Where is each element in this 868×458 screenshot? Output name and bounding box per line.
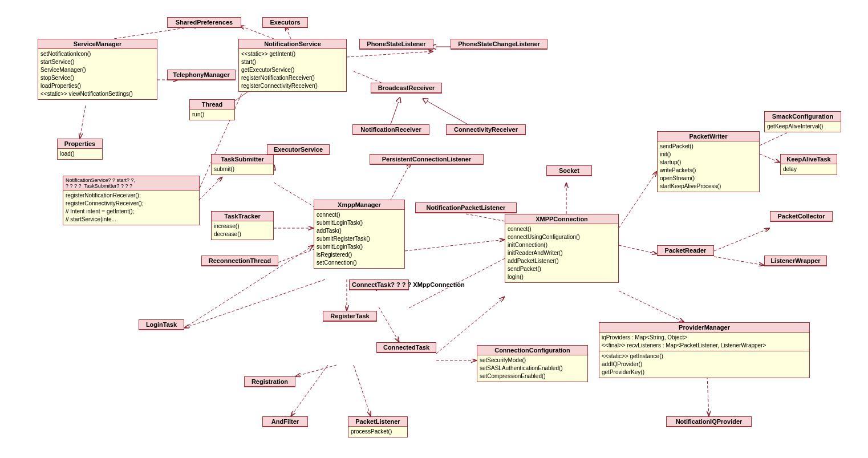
class-Executors: Executors — [262, 17, 308, 28]
svg-line-36 — [707, 376, 709, 416]
class-PacketReader: PacketReader — [657, 245, 714, 256]
class-KeepAliveTask: KeepAliveTaskdelay — [780, 154, 837, 175]
class-name-KeepAliveTask: KeepAliveTask — [781, 155, 837, 164]
methods-XmppManager: connect()submitLoginTask()addTask()submi… — [314, 210, 404, 268]
svg-line-17 — [388, 163, 411, 205]
class-name-NotificationPacketListener: NotificationPacketListener — [416, 203, 516, 213]
class-name-ConnectedTask: ConnectedTask — [377, 343, 436, 352]
class-name-PacketCollector: PacketCollector — [770, 212, 832, 221]
svg-line-37 — [619, 291, 684, 322]
class-name-SharedPreferences: SharedPreferences — [168, 18, 241, 27]
class-name-XmppManager: XmppManager — [314, 200, 404, 210]
attributes-ProviderManager: iqProviders : Map<String, Object><<final… — [599, 333, 809, 351]
class-TelephonyManager: TelephonyManager — [167, 70, 236, 80]
svg-line-18 — [405, 240, 505, 251]
class-ExecutorService: ExecutorService — [267, 144, 330, 155]
methods-PacketListener: processPacket() — [348, 427, 407, 437]
class-XMPPConnection: XMPPConnectionconnect()connectUsingConfi… — [505, 214, 619, 283]
class-name-PhoneStateChangeListener: PhoneStateChangeListener — [451, 39, 547, 49]
svg-line-29 — [184, 279, 325, 328]
class-SmackConfiguration: SmackConfigurationgetKeepAliveInterval() — [764, 111, 841, 132]
class-PacketCollector: PacketCollector — [770, 211, 833, 222]
class-name-ConnectivityReceiver: ConnectivityReceiver — [447, 125, 525, 135]
methods-ServiceManager: setNotificationIcon()startService()Servi… — [38, 49, 157, 99]
methods-NotificationService: <<static>> getIntent()start()getExecutor… — [239, 49, 346, 91]
svg-line-24 — [714, 228, 770, 251]
class-name-TelephonyManager: TelephonyManager — [168, 70, 235, 80]
class-ConnectivityReceiver: ConnectivityReceiver — [446, 124, 526, 135]
svg-line-21 — [619, 245, 657, 254]
class-name-NotificationService: NotificationService — [239, 39, 346, 49]
svg-line-25 — [714, 257, 764, 265]
methods-XMPPConnection: connect()connectUsingConfiguration()init… — [505, 224, 618, 282]
class-name-PacketListener: PacketListener — [348, 417, 407, 427]
svg-line-10 — [391, 100, 399, 124]
class-PacketListener: PacketListenerprocessPacket() — [348, 416, 408, 437]
class-NotificationReceiver: NotificationReceiver — [352, 124, 429, 135]
class-name-TaskSubmitter: TaskSubmitter — [212, 155, 273, 164]
class-ListenerWrapper: ListenerWrapper — [764, 256, 827, 266]
class-PhoneStateChangeListener: PhoneStateChangeListener — [451, 39, 547, 50]
methods-ConnectionConfiguration: setSecurityMode()setSASLAuthenticationEn… — [477, 355, 587, 382]
class-name-ServiceManager: ServiceManager — [38, 39, 157, 49]
svg-line-30 — [379, 307, 399, 342]
methods-ProviderManager: <<static>> getInstance()addIQProvider()g… — [599, 351, 809, 378]
class-ReconnectionThread: ReconnectionThread — [201, 256, 278, 266]
class-Thread: Threadrun() — [189, 99, 235, 120]
class-Properties: Propertiesload() — [57, 139, 103, 160]
class-name-XMPPConnection: XMPPConnection — [505, 214, 618, 224]
class-RegisterTask: RegisterTask — [323, 311, 377, 322]
methods-NotificationService2: registerNotificationReceiver();registerC… — [63, 191, 199, 225]
class-PersistentConnectionListener: PersistentConnectionListener — [370, 154, 484, 165]
svg-line-32 — [291, 365, 328, 416]
class-BroadcastReceiver: BroadcastReceiver — [371, 83, 442, 94]
svg-line-23 — [760, 154, 780, 163]
class-name-Thread: Thread — [190, 100, 234, 110]
class-name-ExecutorService: ExecutorService — [267, 145, 329, 155]
class-name-ConnectTask: ConnectTask? ? ? ? XMppConnection — [350, 280, 408, 290]
class-name-LoginTask: LoginTask — [139, 320, 184, 330]
methods-Properties: load() — [58, 149, 102, 159]
class-Registration: Registration — [244, 376, 295, 387]
class-ConnectionConfiguration: ConnectionConfigurationsetSecurityMode()… — [477, 345, 588, 382]
class-LoginTask: LoginTask — [139, 319, 184, 330]
attributes-KeepAliveTask: delay — [781, 164, 837, 175]
class-TaskTracker: TaskTrackerincrease()decrease() — [211, 211, 274, 240]
class-name-AndFilter: AndFilter — [263, 417, 307, 427]
methods-SmackConfiguration: getKeepAliveInterval() — [765, 121, 841, 132]
class-name-ProviderManager: ProviderManager — [599, 323, 809, 333]
class-ConnectedTask: ConnectedTask — [376, 342, 436, 353]
class-SharedPreferences: SharedPreferences — [167, 17, 241, 28]
class-NotificationIQProvider: NotificationIQProvider — [666, 416, 752, 427]
class-name-PersistentConnectionListener: PersistentConnectionListener — [370, 155, 483, 164]
class-name-Registration: Registration — [245, 377, 295, 387]
class-name-NotificationIQProvider: NotificationIQProvider — [667, 417, 751, 427]
class-name-Executors: Executors — [263, 18, 307, 27]
class-name-BroadcastReceiver: BroadcastReceiver — [371, 83, 441, 93]
class-ProviderManager: ProviderManageriqProviders : Map<String,… — [599, 322, 810, 378]
methods-Thread: run() — [190, 110, 234, 120]
svg-line-11 — [425, 100, 468, 124]
class-name-SmackConfiguration: SmackConfiguration — [765, 112, 841, 121]
class-name-Socket: Socket — [547, 166, 591, 176]
class-name-ReconnectionThread: ReconnectionThread — [202, 256, 278, 266]
class-name-NotificationService2: NotificationService? ? start? ?, ? ? ? ?… — [63, 176, 199, 191]
methods-PacketWriter: sendPacket()init()startup()writePackets(… — [658, 141, 759, 192]
methods-TaskSubmitter: submit() — [212, 164, 273, 175]
class-TaskSubmitter: TaskSubmittersubmit() — [211, 154, 274, 175]
class-PacketWriter: PacketWritersendPacket()init()startup()w… — [657, 131, 760, 192]
class-ServiceManager: ServiceManagersetNotificationIcon()start… — [38, 39, 157, 100]
class-PhoneStateListener: PhoneStateListener — [359, 39, 433, 50]
class-name-ListenerWrapper: ListenerWrapper — [765, 256, 826, 266]
svg-line-31 — [295, 365, 336, 376]
class-NotificationPacketListener: NotificationPacketListener — [415, 202, 517, 213]
class-name-ConnectionConfiguration: ConnectionConfiguration — [477, 346, 587, 355]
class-name-NotificationReceiver: NotificationReceiver — [353, 125, 429, 135]
class-name-TaskTracker: TaskTracker — [212, 212, 273, 221]
svg-line-7 — [347, 51, 433, 57]
class-NotificationService2: NotificationService? ? start? ?, ? ? ? ?… — [63, 176, 200, 225]
uml-diagram: ServiceManagersetNotificationIcon()start… — [0, 0, 868, 458]
class-name-RegisterTask: RegisterTask — [323, 311, 376, 321]
class-Socket: Socket — [546, 165, 592, 176]
svg-line-20 — [619, 171, 657, 228]
